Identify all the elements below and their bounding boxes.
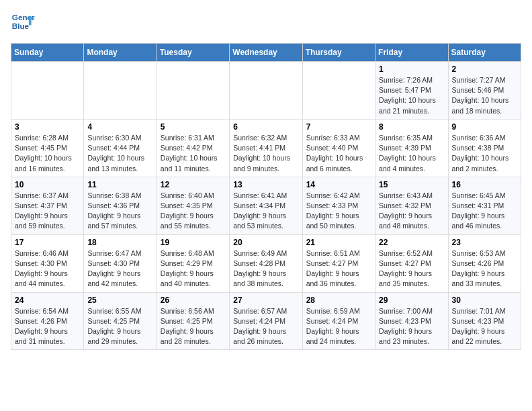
day-number: 30	[452, 295, 517, 305]
calendar-day-cell: 23Sunrise: 6:53 AM Sunset: 4:26 PM Dayli…	[448, 234, 521, 292]
calendar-day-cell: 13Sunrise: 6:41 AM Sunset: 4:34 PM Dayli…	[230, 177, 302, 234]
day-number: 9	[452, 122, 517, 132]
svg-text:Blue: Blue	[12, 21, 30, 30]
weekday-header-cell: Sunday	[11, 44, 84, 62]
calendar-week-row: 24Sunrise: 6:54 AM Sunset: 4:26 PM Dayli…	[11, 292, 521, 350]
day-number: 1	[379, 64, 444, 74]
day-number: 28	[306, 295, 371, 305]
calendar-week-row: 3Sunrise: 6:28 AM Sunset: 4:45 PM Daylig…	[11, 119, 521, 177]
calendar-day-cell: 7Sunrise: 6:33 AM Sunset: 4:40 PM Daylig…	[302, 119, 375, 177]
calendar-day-cell: 14Sunrise: 6:42 AM Sunset: 4:33 PM Dayli…	[302, 177, 375, 234]
day-number: 16	[452, 180, 517, 189]
weekday-header-cell: Monday	[84, 44, 157, 62]
calendar-week-row: 17Sunrise: 6:46 AM Sunset: 4:30 PM Dayli…	[11, 234, 521, 292]
weekday-header-cell: Friday	[375, 44, 448, 62]
calendar-day-cell: 19Sunrise: 6:48 AM Sunset: 4:29 PM Dayli…	[157, 234, 229, 292]
day-info: Sunrise: 6:41 AM Sunset: 4:34 PM Dayligh…	[233, 191, 298, 232]
day-number: 2	[452, 64, 517, 74]
calendar-day-cell: 25Sunrise: 6:55 AM Sunset: 4:25 PM Dayli…	[84, 292, 157, 350]
calendar-day-cell: 11Sunrise: 6:38 AM Sunset: 4:36 PM Dayli…	[84, 177, 157, 234]
day-info: Sunrise: 6:55 AM Sunset: 4:25 PM Dayligh…	[87, 306, 152, 347]
calendar-day-cell: 12Sunrise: 6:40 AM Sunset: 4:35 PM Dayli…	[157, 177, 229, 234]
weekday-header-cell: Tuesday	[157, 44, 229, 62]
day-info: Sunrise: 6:30 AM Sunset: 4:44 PM Dayligh…	[87, 133, 152, 174]
day-number: 23	[452, 238, 517, 247]
logo: General Blue	[11, 11, 38, 35]
day-info: Sunrise: 6:31 AM Sunset: 4:42 PM Dayligh…	[161, 133, 226, 174]
day-number: 29	[379, 295, 444, 305]
day-info: Sunrise: 6:46 AM Sunset: 4:30 PM Dayligh…	[15, 248, 80, 289]
day-number: 26	[161, 295, 226, 305]
day-number: 24	[15, 295, 80, 305]
calendar-body: 1Sunrise: 7:26 AM Sunset: 5:47 PM Daylig…	[11, 62, 521, 350]
day-info: Sunrise: 6:36 AM Sunset: 4:38 PM Dayligh…	[452, 133, 517, 174]
day-number: 12	[161, 180, 226, 189]
day-number: 4	[87, 122, 152, 132]
day-number: 25	[87, 295, 152, 305]
day-info: Sunrise: 6:38 AM Sunset: 4:36 PM Dayligh…	[87, 191, 152, 232]
day-number: 19	[161, 238, 226, 247]
day-info: Sunrise: 6:54 AM Sunset: 4:26 PM Dayligh…	[15, 306, 80, 347]
day-info: Sunrise: 7:00 AM Sunset: 4:23 PM Dayligh…	[379, 306, 444, 347]
day-info: Sunrise: 6:43 AM Sunset: 4:32 PM Dayligh…	[379, 191, 444, 232]
day-number: 6	[233, 122, 298, 132]
day-info: Sunrise: 6:37 AM Sunset: 4:37 PM Dayligh…	[15, 191, 80, 232]
day-number: 17	[15, 238, 80, 247]
day-info: Sunrise: 7:26 AM Sunset: 5:47 PM Dayligh…	[379, 75, 444, 116]
day-number: 11	[87, 180, 152, 189]
calendar-day-cell: 24Sunrise: 6:54 AM Sunset: 4:26 PM Dayli…	[11, 292, 84, 350]
day-info: Sunrise: 6:47 AM Sunset: 4:30 PM Dayligh…	[87, 248, 152, 289]
day-number: 15	[379, 180, 444, 189]
day-info: Sunrise: 7:01 AM Sunset: 4:23 PM Dayligh…	[452, 306, 517, 347]
day-info: Sunrise: 6:59 AM Sunset: 4:24 PM Dayligh…	[306, 306, 371, 347]
day-info: Sunrise: 6:45 AM Sunset: 4:31 PM Dayligh…	[452, 191, 517, 232]
day-number: 3	[15, 122, 80, 132]
day-number: 27	[233, 295, 298, 305]
calendar-day-cell: 6Sunrise: 6:32 AM Sunset: 4:41 PM Daylig…	[230, 119, 302, 177]
calendar-day-cell	[230, 62, 302, 120]
day-info: Sunrise: 6:28 AM Sunset: 4:45 PM Dayligh…	[15, 133, 80, 174]
calendar-day-cell: 5Sunrise: 6:31 AM Sunset: 4:42 PM Daylig…	[157, 119, 229, 177]
day-number: 13	[233, 180, 298, 189]
day-number: 18	[87, 238, 152, 247]
calendar-day-cell: 22Sunrise: 6:52 AM Sunset: 4:27 PM Dayli…	[375, 234, 448, 292]
calendar-day-cell: 8Sunrise: 6:35 AM Sunset: 4:39 PM Daylig…	[375, 119, 448, 177]
day-number: 21	[306, 238, 371, 247]
page-header: General Blue	[11, 11, 521, 35]
calendar-day-cell: 2Sunrise: 7:27 AM Sunset: 5:46 PM Daylig…	[448, 62, 521, 120]
calendar-day-cell: 20Sunrise: 6:49 AM Sunset: 4:28 PM Dayli…	[230, 234, 302, 292]
calendar-day-cell: 28Sunrise: 6:59 AM Sunset: 4:24 PM Dayli…	[302, 292, 375, 350]
day-info: Sunrise: 6:33 AM Sunset: 4:40 PM Dayligh…	[306, 133, 371, 174]
calendar-day-cell: 1Sunrise: 7:26 AM Sunset: 5:47 PM Daylig…	[375, 62, 448, 120]
calendar-week-row: 1Sunrise: 7:26 AM Sunset: 5:47 PM Daylig…	[11, 62, 521, 120]
day-info: Sunrise: 6:49 AM Sunset: 4:28 PM Dayligh…	[233, 248, 298, 289]
calendar-day-cell: 18Sunrise: 6:47 AM Sunset: 4:30 PM Dayli…	[84, 234, 157, 292]
calendar-day-cell: 16Sunrise: 6:45 AM Sunset: 4:31 PM Dayli…	[448, 177, 521, 234]
calendar-day-cell	[302, 62, 375, 120]
calendar-day-cell: 10Sunrise: 6:37 AM Sunset: 4:37 PM Dayli…	[11, 177, 84, 234]
day-number: 22	[379, 238, 444, 247]
weekday-header-cell: Wednesday	[230, 44, 302, 62]
logo-icon: General Blue	[11, 11, 35, 35]
calendar-day-cell: 3Sunrise: 6:28 AM Sunset: 4:45 PM Daylig…	[11, 119, 84, 177]
calendar-day-cell: 4Sunrise: 6:30 AM Sunset: 4:44 PM Daylig…	[84, 119, 157, 177]
day-info: Sunrise: 6:52 AM Sunset: 4:27 PM Dayligh…	[379, 248, 444, 289]
day-info: Sunrise: 6:32 AM Sunset: 4:41 PM Dayligh…	[233, 133, 298, 174]
day-number: 10	[15, 180, 80, 189]
calendar-day-cell: 26Sunrise: 6:56 AM Sunset: 4:25 PM Dayli…	[157, 292, 229, 350]
day-number: 7	[306, 122, 371, 132]
day-number: 14	[306, 180, 371, 189]
day-info: Sunrise: 6:53 AM Sunset: 4:26 PM Dayligh…	[452, 248, 517, 289]
day-info: Sunrise: 6:56 AM Sunset: 4:25 PM Dayligh…	[161, 306, 226, 347]
calendar-day-cell: 29Sunrise: 7:00 AM Sunset: 4:23 PM Dayli…	[375, 292, 448, 350]
day-number: 5	[161, 122, 226, 132]
calendar-week-row: 10Sunrise: 6:37 AM Sunset: 4:37 PM Dayli…	[11, 177, 521, 234]
calendar-day-cell: 15Sunrise: 6:43 AM Sunset: 4:32 PM Dayli…	[375, 177, 448, 234]
day-info: Sunrise: 6:48 AM Sunset: 4:29 PM Dayligh…	[161, 248, 226, 289]
calendar-day-cell	[157, 62, 229, 120]
calendar-day-cell	[11, 62, 84, 120]
calendar-table: SundayMondayTuesdayWednesdayThursdayFrid…	[11, 43, 521, 350]
day-info: Sunrise: 6:42 AM Sunset: 4:33 PM Dayligh…	[306, 191, 371, 232]
day-info: Sunrise: 6:57 AM Sunset: 4:24 PM Dayligh…	[233, 306, 298, 347]
calendar-day-cell	[84, 62, 157, 120]
